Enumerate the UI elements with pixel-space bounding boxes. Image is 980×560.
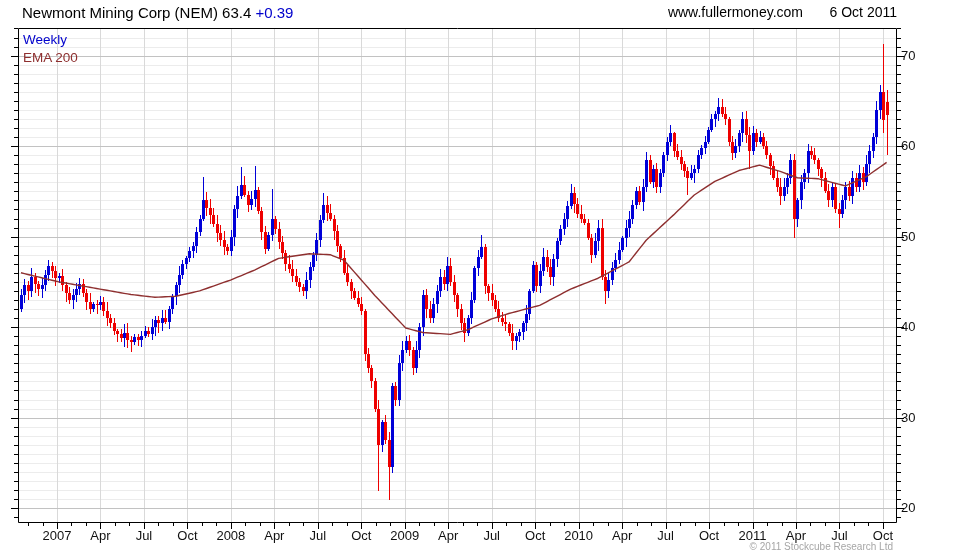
- chart-window: Newmont Mining Corp (NEM) 63.4 +0.39 www…: [0, 0, 980, 560]
- page-title: Newmont Mining Corp (NEM) 63.4 +0.39: [22, 4, 293, 21]
- legend-weekly-label: Weekly: [23, 32, 67, 47]
- price-change: +0.39: [255, 4, 293, 21]
- price-chart-canvas: [0, 0, 980, 560]
- legend-ema-label: EMA 200: [23, 50, 78, 65]
- website-text: www.fullermoney.com: [668, 4, 803, 20]
- instrument-title: Newmont Mining Corp (NEM) 63.4: [22, 4, 251, 21]
- copyright-notice: © 2011 Stockcube Research Ltd: [750, 541, 893, 552]
- chart-date: 6 Oct 2011: [830, 4, 897, 20]
